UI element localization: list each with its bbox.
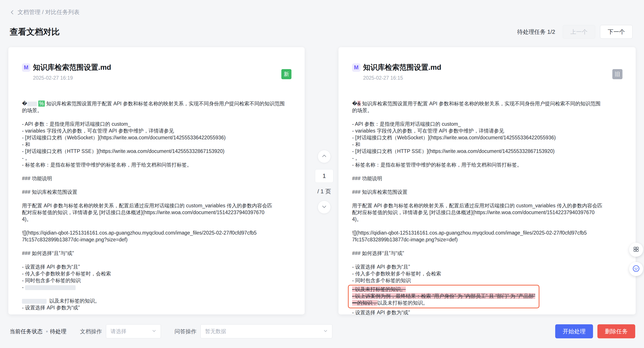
doc-line <box>22 195 291 202</box>
doc-line: - 以及未打标签的知识。 <box>352 286 535 293</box>
doc-line <box>352 257 622 264</box>
delete-task-button[interactable]: 删除任务 <box>598 324 635 338</box>
status-label: 当前任务状态 <box>10 328 43 335</box>
doc-line: 以及未打标签的知识。 <box>22 298 291 304</box>
breadcrumb[interactable]: 文档管理 / 对比任务列表 <box>10 8 80 16</box>
status-dot-icon: ● <box>46 329 48 334</box>
doc-line: - <box>22 284 291 291</box>
doc-line: - 以上诉案例为例，最终结果：检索 “用户身份” 为 “内部员工” 且 “部门”… <box>352 293 535 300</box>
doc-line <box>22 257 291 264</box>
doc-line: 4)。 <box>352 216 622 223</box>
doc-line: - 标签名称：是指在标签管理中维护的标签名称，用于给文档和问答打标签。 <box>22 162 291 168</box>
doc-line: - 设置选择 API 参数为“且” <box>22 264 291 270</box>
old-version-badge: 旧 <box>612 69 622 79</box>
doc-card-new: M 知识库检索范围设置.md 2025-02-27 16:19 新 �% 知识库… <box>8 47 305 315</box>
start-process-button[interactable]: 开始处理 <box>555 324 593 338</box>
doc-line: 一的知识，以及未打标签的知识。 <box>352 300 535 306</box>
doc-content-new: �% 知识库检索范围设置用于配置 API 参数和标签名称的映射关系，实现不同身份… <box>8 100 305 311</box>
doc-line: - [对话端接口文档（HTTP SSE）](https://write.woa.… <box>352 148 622 155</box>
task-counter: 待处理任务 1/2 <box>517 28 555 36</box>
doc-line: - 传入多个参数映射多个标签时，会检索 <box>22 270 291 277</box>
doc-line: �& 知识库检索范围设置用于配置 API 参数和标签名称的映射关系，实现不同身份… <box>352 100 622 107</box>
doc-line: 4)。 <box>22 216 291 223</box>
doc-line <box>22 114 291 121</box>
doc-line: - 传入多个参数映射多个标签时，会检索 <box>352 270 622 277</box>
doc-title: 知识库检索范围设置.md <box>33 62 111 72</box>
doc-line: - 。 <box>352 155 622 162</box>
assistant-button[interactable] <box>629 262 643 276</box>
doc-line <box>352 223 622 229</box>
doc-line <box>22 182 291 189</box>
doc-line: ### 功能说明 <box>22 175 291 182</box>
qa-op-select[interactable]: 暂无数据 <box>200 324 332 338</box>
doc-line: - 同时包含多个标签的知识 <box>22 277 291 284</box>
doc-line: - [对话端接口文档（WebSocket）](https://write.woa… <box>22 134 291 141</box>
prev-diff-button[interactable] <box>318 150 331 163</box>
footer-bar: 当前任务状态 ● 待处理 文档操作 请选择 问答操作 暂无数据 开始处理 删除任… <box>10 324 635 338</box>
doc-line: 用于配置 API 参数与标签名称的映射关系，配置后通过应用对话端接口的 cust… <box>352 202 622 209</box>
doc-line: 配对应标签值的知识，详情请参见 [对话接口总体概述](https://write… <box>352 209 622 216</box>
doc-line: 的场景。 <box>22 107 291 114</box>
doc-op-select[interactable]: 请选择 <box>106 324 161 338</box>
doc-header: M 知识库检索范围设置.md 2025-02-27 16:19 新 <box>8 47 305 81</box>
prev-task-button[interactable]: 上一个 <box>563 25 595 39</box>
page-total-label: / 1 页 <box>318 187 331 195</box>
doc-line <box>352 243 622 250</box>
doc-op-label: 文档操作 <box>80 328 102 335</box>
doc-content-old: �& 知识库检索范围设置用于配置 API 参数和标签名称的映射关系，实现不同身份… <box>338 100 636 316</box>
doc-card-old: M 知识库检索范围设置.md 2025-02-27 16:15 旧 �& 知识库… <box>338 47 636 315</box>
doc-date: 2025-02-27 16:15 <box>363 75 622 81</box>
doc-line: - variables 字段传入的参数，可在管理 API 参数中维护，详情请参见 <box>22 128 291 134</box>
doc-line: ### 知识库检索范围设置 <box>352 189 622 195</box>
doc-line: - API 参数：是指使用应用对话端接口的 custom_ <box>352 121 622 128</box>
page-title: 查看文档对比 <box>10 26 60 37</box>
doc-date: 2025-02-27 16:19 <box>33 75 291 81</box>
doc-line: ![](https://qidian-qbot-1251316161.cos.a… <box>22 229 291 236</box>
new-version-badge: 新 <box>281 69 292 79</box>
chevron-down-icon <box>323 328 328 335</box>
markdown-file-icon: M <box>22 63 30 72</box>
doc-line: - 和 <box>22 141 291 148</box>
doc-line: - 设置选择 API 参数为“或” <box>22 304 291 311</box>
diff-highlight-box: - 以及未打标签的知识。- 以上诉案例为例，最终结果：检索 “用户身份” 为 “… <box>348 285 540 308</box>
doc-line <box>352 168 622 175</box>
markdown-file-icon: M <box>352 63 360 72</box>
doc-line: - 和 <box>352 141 622 148</box>
next-diff-button[interactable] <box>318 200 331 214</box>
doc-op-placeholder: 请选择 <box>110 328 126 335</box>
doc-line: 7fc157c832899b13877dc-image.png?size=def… <box>352 236 622 243</box>
chevron-down-icon <box>152 328 156 335</box>
qa-op-placeholder: 暂无数据 <box>205 328 226 335</box>
doc-line: - 设置选择 API 参数为“或” <box>352 309 622 316</box>
doc-line: - 同时包含多个标签的知识 <box>352 277 622 284</box>
breadcrumb-path[interactable]: 文档管理 / 对比任务列表 <box>18 8 80 16</box>
doc-line <box>22 168 291 175</box>
doc-header: M 知识库检索范围设置.md 2025-02-27 16:15 旧 <box>338 47 636 81</box>
doc-line: - [对话端接口文档（WebSocket）](https://write.woa… <box>352 134 622 141</box>
doc-line: 用于配置 API 参数与标签名称的映射关系，配置后通过应用对话端接口的 cust… <box>22 202 291 209</box>
page-number-input[interactable]: 1 <box>315 169 334 183</box>
robot-icon <box>632 265 640 273</box>
doc-line: 配对应标签值的知识，详情请参见 [对话接口总体概述](https://write… <box>22 209 291 216</box>
doc-line: ### 如何选择“且”与“或” <box>22 250 291 257</box>
doc-line: ### 如何选择“且”与“或” <box>352 250 622 257</box>
qa-op-label: 问答操作 <box>174 328 196 335</box>
status-value: 待处理 <box>50 328 66 335</box>
doc-line: ![](https://qidian-qbot-1251316161.cos.a… <box>352 229 622 236</box>
doc-line: - API 参数：是指使用应用对话端接口的 custom_ <box>22 121 291 128</box>
apps-icon <box>633 246 640 253</box>
doc-line: 7fc157c832899b13877dc-image.png?size=def… <box>22 236 291 243</box>
chevron-up-icon <box>321 153 327 160</box>
doc-line: 的场景。 <box>352 107 622 114</box>
apps-button[interactable] <box>629 243 643 257</box>
doc-line: �% 知识库检索范围设置用于配置 API 参数和标签名称的映射关系，实现不同身份… <box>22 100 291 107</box>
doc-line: - 设置选择 API 参数为“且” <box>352 264 622 270</box>
doc-line: - 标签名称：是指在标签管理中维护的标签名称，用于给文档和问答打标签。 <box>352 162 622 168</box>
doc-line <box>22 291 291 298</box>
diff-pager: 1 / 1 页 <box>315 150 334 214</box>
doc-line <box>352 182 622 189</box>
chevron-left-icon[interactable] <box>10 10 15 15</box>
next-task-button[interactable]: 下一个 <box>600 25 632 39</box>
doc-line: ### 功能说明 <box>352 175 622 182</box>
doc-title: 知识库检索范围设置.md <box>363 62 441 72</box>
